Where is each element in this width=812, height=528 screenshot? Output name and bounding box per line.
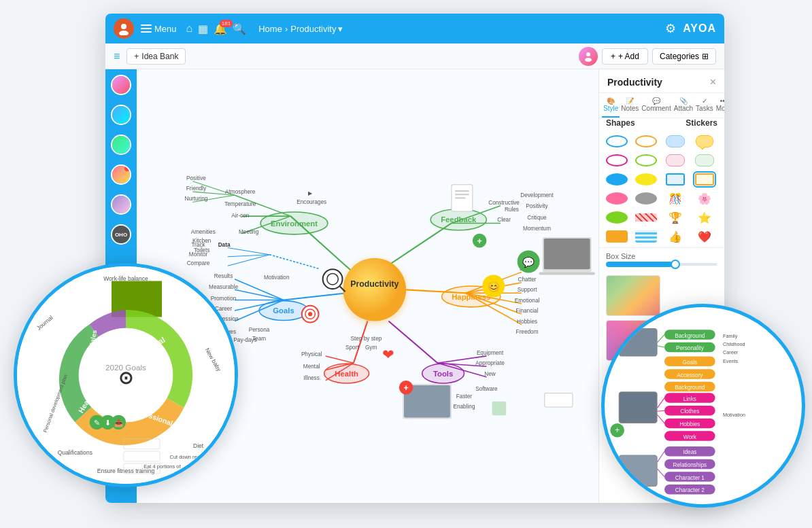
shape-filled-pink[interactable] <box>605 190 629 207</box>
box-size-label: Box Size <box>606 252 717 260</box>
svg-text:Equipment: Equipment <box>477 350 504 356</box>
sticker-thumbsup[interactable]: 👍 <box>663 228 688 245</box>
svg-text:▶: ▶ <box>308 190 313 196</box>
svg-line-197 <box>658 334 664 342</box>
svg-text:Cut down red meat: Cut down red meat <box>170 454 214 460</box>
top-bar-icons: ⌂ ▦ 🔔 181 🔍 <box>186 22 247 35</box>
add-button[interactable]: + + Add <box>602 48 648 65</box>
shape-red-stripe[interactable] <box>634 209 658 226</box>
svg-text:Goals: Goals <box>683 359 698 366</box>
sidebar-avatar-3[interactable] <box>111 135 131 155</box>
settings-icon[interactable]: ⚙ <box>665 21 676 36</box>
sticker-cloud-green[interactable] <box>692 152 717 169</box>
sticker-flower[interactable]: 🌸 <box>692 190 717 207</box>
svg-rect-175 <box>620 392 657 423</box>
sticker-trophy[interactable]: 🏆 <box>663 209 688 226</box>
board-icon[interactable]: ▦ <box>198 22 208 35</box>
tab-attach[interactable]: 📎 Attach <box>673 93 694 118</box>
tab-tasks[interactable]: ✓ Tasks <box>694 93 715 118</box>
panel-tabs: 🎨 Style 📝 Notes 💬 Comment 📎 Attach ✓ <box>599 93 724 118</box>
breadcrumb-current[interactable]: Productivity ▾ <box>290 24 343 34</box>
add-label: + Add <box>618 52 639 61</box>
top-bar: Menu ⌂ ▦ 🔔 181 🔍 Home › Productivity ▾ ⚙… <box>105 14 724 43</box>
shape-oval-green[interactable] <box>634 152 658 169</box>
svg-text:+: + <box>403 383 408 393</box>
shape-filled-green[interactable] <box>605 209 629 226</box>
sidebar-avatar-4[interactable] <box>111 164 131 185</box>
svg-text:Support: Support <box>518 287 538 293</box>
svg-text:Clear: Clear <box>497 217 511 223</box>
svg-line-203 <box>658 469 664 476</box>
panel-close-button[interactable]: × <box>710 76 716 88</box>
tasks-icon: ✓ <box>696 97 713 105</box>
svg-text:Goals: Goals <box>273 306 294 315</box>
svg-text:Development: Development <box>520 192 554 198</box>
svg-text:Nurturing: Nurturing <box>185 196 208 202</box>
svg-text:Tools: Tools <box>433 370 453 378</box>
svg-text:Ideas: Ideas <box>683 449 696 455</box>
tab-notes[interactable]: 📝 Notes <box>620 93 640 118</box>
hamburger-icon <box>141 24 152 33</box>
svg-point-132 <box>327 273 338 284</box>
svg-text:Character 1: Character 1 <box>675 475 705 481</box>
sticker-cloud-blue[interactable] <box>663 133 688 149</box>
tab-comment[interactable]: 💬 Comment <box>640 93 672 118</box>
svg-text:Faster: Faster <box>456 393 473 400</box>
svg-text:Gym: Gym <box>365 345 377 351</box>
sticker-cloud-pink[interactable] <box>663 152 688 169</box>
sticker-wavy-blue[interactable] <box>663 171 688 188</box>
svg-line-11 <box>284 293 347 300</box>
sticker-confetti[interactable]: 🎊 <box>663 190 688 207</box>
box-size-slider[interactable] <box>606 263 717 266</box>
shape-pattern[interactable] <box>634 228 658 245</box>
shape-filled-gray[interactable] <box>634 190 658 207</box>
sticker-selected[interactable] <box>692 171 717 188</box>
svg-text:Positivity: Positivity <box>526 203 548 209</box>
shape-filled-blue[interactable] <box>605 171 629 188</box>
svg-text:Links: Links <box>683 396 696 402</box>
sticker-star[interactable]: ⭐ <box>692 209 717 226</box>
sidebar-avatar-1[interactable] <box>111 75 131 95</box>
categories-button[interactable]: Categories ⊞ <box>652 48 716 65</box>
svg-line-198 <box>658 346 664 347</box>
circle-overlay-left: 2020 Goals ⊙ Personal Professional Healt… <box>14 263 238 487</box>
svg-rect-128 <box>545 393 573 407</box>
preview-thumbnail-1[interactable] <box>606 275 660 316</box>
svg-text:Sport: Sport <box>345 345 359 351</box>
tab-style[interactable]: 🎨 Style <box>602 93 620 118</box>
svg-point-104 <box>343 258 406 321</box>
sticker-speech[interactable] <box>692 133 717 149</box>
svg-line-199 <box>658 398 664 408</box>
svg-text:Character 2: Character 2 <box>675 487 705 493</box>
search-icon[interactable]: 🔍 <box>233 22 246 35</box>
sticker-heart[interactable]: ❤️ <box>692 228 717 245</box>
svg-text:📤: 📤 <box>114 419 124 427</box>
svg-text:Constructive: Constructive <box>488 200 520 206</box>
breadcrumb-home[interactable]: Home <box>258 24 282 34</box>
idea-bank-button[interactable]: + Idea Bank <box>126 48 186 65</box>
svg-text:Critique: Critique <box>527 215 547 221</box>
user-avatar[interactable] <box>114 18 134 39</box>
svg-text:Health: Health <box>335 370 358 378</box>
svg-text:Momentum: Momentum <box>523 226 551 232</box>
svg-line-17 <box>269 255 318 269</box>
tab-more[interactable]: ••• More <box>715 93 724 118</box>
home-icon[interactable]: ⌂ <box>186 22 193 35</box>
filter-icon[interactable]: ≡ <box>114 50 120 63</box>
svg-rect-150 <box>124 451 160 461</box>
shape-gold[interactable] <box>605 228 629 245</box>
sidebar-avatar-2[interactable] <box>111 105 131 125</box>
shape-oval-blue[interactable] <box>605 133 629 149</box>
svg-text:Illness: Illness <box>304 375 320 381</box>
sidebar-avatar-6[interactable]: OHO <box>111 224 131 245</box>
stickers-title: Stickers <box>686 118 717 128</box>
menu-button[interactable]: Menu <box>141 24 177 34</box>
svg-point-1 <box>119 31 129 35</box>
svg-text:Track: Track <box>191 242 205 248</box>
shape-filled-yellow[interactable] <box>634 171 658 188</box>
shape-oval-pink[interactable] <box>605 152 629 169</box>
svg-text:Relationships: Relationships <box>673 462 707 468</box>
svg-text:Friendly: Friendly <box>186 186 207 192</box>
sidebar-avatar-5[interactable] <box>111 194 131 215</box>
shape-oval-orange[interactable] <box>634 133 658 149</box>
